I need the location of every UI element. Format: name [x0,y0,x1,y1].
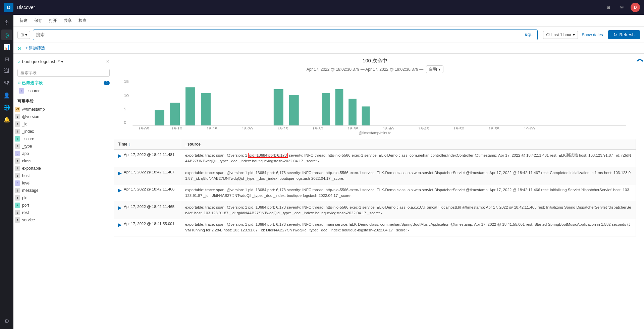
clock-icon: ⏱ [546,33,550,37]
field-item-exportable[interactable]: texportable [13,165,114,172]
field-item-source[interactable]: ○ _source [17,87,110,95]
selected-fields-section: ⊙ 已筛选字段 0 ○ _source [13,79,114,96]
field-item-_id[interactable]: t_id [13,120,114,128]
chart-subtitle: Apr 17, 2022 @ 18:02:30.379 — Apr 17, 20… [119,65,631,73]
expand-row-button[interactable]: ▶ [118,153,122,158]
svg-text:5: 5 [124,107,126,111]
chart-range-text: Apr 17, 2022 @ 18:02:30.379 — Apr 17, 20… [307,67,424,72]
main-content: 新建 保存 打开 共享 检查 ⊞ ▾ KQL ⏱ Last 1 hour ▾ [13,15,644,329]
field-search-input[interactable] [17,69,110,77]
nav-observability[interactable]: 🌐 [1,102,12,113]
svg-rect-4 [155,110,164,126]
field-item-@version[interactable]: t@version [13,113,114,120]
field-item-_score[interactable]: #_score [13,135,114,143]
time-cell: ▶Apr 17, 2022 @ 18:42:11.466 [114,184,181,202]
svg-text:18:10: 18:10 [171,127,182,129]
selected-fields-label: ⊙ [17,81,21,85]
field-type-badge: t [15,173,20,178]
chart-area: 100 次命中 Apr 17, 2022 @ 18:02:30.379 — Ap… [114,54,636,139]
top-bar: D Discover ⊞ ✉ D [0,0,644,15]
field-item-_index[interactable]: t_index [13,128,114,135]
field-type-badge: ⏱ [15,107,20,112]
highlight-text: pid: 13684 port: 6,173 [248,153,288,158]
mail-icon[interactable]: ✉ [617,3,627,12]
field-name: _index [22,129,34,134]
field-type-badge: t [15,121,20,127]
nav-dashboard[interactable]: ⊞ [1,54,12,64]
selected-fields-title: 已筛选字段 [22,80,43,86]
left-nav: ⏱ ◎ 📊 ⊞ 🖼 🗺 👤 🌐 🔔 ⚙ [0,15,13,329]
field-name: @timestamp [22,107,45,112]
nav-settings[interactable]: ⚙ [1,316,12,326]
time-cell: ▶Apr 17, 2022 @ 18:42:11.465 [114,202,181,219]
field-type-badge: # [15,203,20,208]
svg-text:19:00: 19:00 [524,127,535,129]
field-item-level[interactable]: ○level [13,179,114,187]
add-filter-button[interactable]: + 添加筛选 [24,45,46,52]
search-input[interactable] [36,32,523,37]
svg-text:18:05: 18:05 [138,127,149,129]
nav-alerts[interactable]: 🔔 [1,114,12,125]
field-type-badge: t [15,144,20,149]
main-panel: 100 次命中 Apr 17, 2022 @ 18:02:30.379 — Ap… [114,54,636,329]
field-type-badge: t [15,210,20,215]
avatar[interactable]: D [631,3,640,12]
nav-canvas[interactable]: 🖼 [1,66,12,76]
app-title: Discover [17,5,600,10]
table-body: ▶Apr 17, 2022 @ 18:42:11.481exportable: … [114,150,636,236]
nav-ml[interactable]: 👤 [1,90,12,101]
nav-discover[interactable]: ◎ [1,30,12,40]
field-item-_type[interactable]: t_type [13,143,114,150]
share-button[interactable]: 共享 [63,16,72,25]
show-dates-button[interactable]: Show dates [579,31,606,39]
nav-clock[interactable]: ⏱ [1,17,12,28]
field-type-badge: t [15,129,20,134]
collapse-icon[interactable]: ❮ [636,55,644,65]
index-icon: ○ [17,59,20,64]
nav-visualize[interactable]: 📊 [1,42,12,52]
screen-icon[interactable]: ⊞ [604,3,613,12]
field-item-app[interactable]: ○app [13,150,114,157]
svg-rect-13 [362,106,370,125]
auto-select-button[interactable]: 自动 ▾ [426,65,443,73]
time-picker-button[interactable]: ⏱ Last 1 hour ▾ [543,31,578,39]
field-name: exportable [22,166,41,171]
sidebar-index-selector[interactable]: ○ boutique-logstash-* ▾ ✕ [13,56,114,67]
svg-text:18:40: 18:40 [383,127,394,129]
field-name: host [22,173,30,178]
data-view-button[interactable]: ⊞ ▾ [17,31,30,39]
field-item-@timestamp[interactable]: ⏱@timestamp [13,106,114,113]
refresh-button[interactable]: ↻ Refresh [608,30,640,39]
time-controls: ⏱ Last 1 hour ▾ Show dates [543,31,606,39]
chart-title: 100 次命中 [119,58,631,64]
field-item-class[interactable]: tclass [13,157,114,165]
field-item-port[interactable]: #port [13,202,114,209]
histogram-chart: 15 10 5 0 [119,76,631,129]
field-item-rest[interactable]: trest [13,209,114,216]
field-item-message[interactable]: tmessage [13,187,114,194]
expand-row-button[interactable]: ▶ [118,187,122,193]
field-item-service[interactable]: tservice [13,216,114,224]
kql-badge[interactable]: KQL [523,32,534,38]
save-button[interactable]: 保存 [34,16,43,25]
field-item-pid[interactable]: tpid [13,194,114,202]
field-name: service [22,218,35,222]
field-name: port [22,203,29,208]
sidebar-close-icon[interactable]: ✕ [106,59,110,64]
table-row: ▶Apr 17, 2022 @ 18:42:11.465exportable: … [114,202,636,219]
expand-row-button[interactable]: ▶ [118,222,122,227]
expand-row-button[interactable]: ▶ [118,170,122,176]
selected-fields-header: ⊙ 已筛选字段 0 [17,80,110,86]
svg-rect-11 [335,89,343,126]
new-button[interactable]: 新建 [19,16,28,25]
svg-text:18:35: 18:35 [347,127,359,129]
field-type-badge: t [15,158,20,164]
open-button[interactable]: 打开 [48,16,58,25]
svg-text:18:15: 18:15 [206,127,217,129]
inspect-button[interactable]: 检查 [78,16,87,25]
nav-maps[interactable]: 🗺 [1,78,12,89]
field-item-host[interactable]: thost [13,172,114,179]
sidebar: ○ boutique-logstash-* ▾ ✕ ⊙ 已筛选字段 0 ○ [13,54,114,329]
expand-row-button[interactable]: ▶ [118,205,122,210]
available-fields-title: 可用字段 [13,96,114,106]
